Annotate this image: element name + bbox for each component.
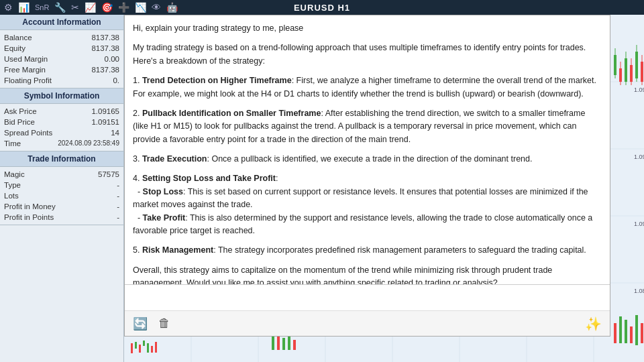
type-label: Type (4, 181, 21, 189)
lots-row: Lots - (4, 190, 119, 201)
chat-input-area: 🔄 🗑 ✨ (125, 284, 610, 336)
svg-rect-31 (619, 316, 622, 343)
chat-message-6: 5. Risk Management: The strategy incorpo… (133, 244, 602, 257)
target-icon[interactable]: 🎯 (101, 2, 113, 13)
ai-send-icon[interactable]: ✨ (585, 316, 602, 332)
svg-text:1.0880: 1.0880 (634, 288, 644, 294)
svg-rect-38 (282, 338, 285, 350)
spread-points-row: Spread Points 14 (4, 127, 119, 138)
trend-icon[interactable]: 📈 (85, 2, 96, 13)
bid-price-row: Bid Price 1.09151 (4, 117, 119, 127)
free-margin-value: 8137.38 (91, 66, 119, 74)
settings-icon[interactable]: ⚙ (4, 2, 13, 13)
bid-price-label: Bid Price (4, 118, 35, 126)
lots-label: Lots (4, 192, 19, 200)
profit-points-label: Profit in Points (4, 213, 54, 221)
chat-message-2: 1. Trend Detection on Higher Timeframe: … (133, 74, 602, 101)
chat-messages[interactable]: Hi, explain your trading strategy to me,… (125, 15, 610, 284)
balance-label: Balance (4, 34, 32, 42)
floating-profit-row: Floating Profit 0. (4, 75, 119, 86)
equity-row: Equity 8137.38 (4, 43, 119, 54)
trade-section: Trade Information Magic 57575 Type - Lot… (0, 152, 123, 225)
ask-price-label: Ask Price (4, 107, 37, 115)
svg-rect-16 (151, 346, 153, 353)
svg-rect-15 (147, 343, 149, 353)
chat-message-1: My trading strategy is based on a trend-… (133, 42, 602, 68)
snr-label[interactable]: SnR (35, 3, 49, 11)
profit-money-label: Profit in Money (4, 202, 56, 210)
bid-price-value: 1.09151 (91, 118, 119, 126)
symbol-rows: Ask Price 1.09165 Bid Price 1.09151 Spre… (0, 104, 123, 151)
svg-rect-32 (625, 320, 627, 343)
chat-message-4: 3. Trade Execution: Once a pullback is i… (133, 153, 602, 166)
scissors-icon[interactable]: ✂ (71, 2, 79, 13)
spread-points-value: 14 (111, 129, 119, 137)
eye-icon[interactable]: 👁 (152, 2, 161, 13)
time-label: Time (4, 139, 21, 147)
svg-rect-33 (630, 326, 633, 343)
profit-points-value: - (117, 213, 119, 221)
svg-rect-30 (614, 323, 616, 343)
main-layout: Account Information Balance 8137.38 Equi… (0, 15, 644, 362)
svg-rect-36 (272, 337, 274, 350)
balance-value: 8137.38 (91, 34, 119, 42)
trade-section-title: Trade Information (0, 152, 123, 167)
type-value: - (117, 181, 119, 189)
balance-row: Balance 8137.38 (4, 32, 119, 43)
time-row: Time 2024.08.09 23:58:49 (4, 138, 119, 149)
profit-money-row: Profit in Money - (4, 201, 119, 212)
down-icon[interactable]: 📉 (135, 2, 146, 13)
chat-panel: Hi, explain your trading strategy to me,… (124, 15, 610, 337)
svg-rect-35 (641, 323, 643, 343)
chat-message-7: Overall, this strategy aims to capitaliz… (133, 264, 602, 284)
main-toolbar: ⚙ 📊 SnR 🔧 ✂ 📈 🎯 ➕ 📉 👁 🤖 EURUSD H1 (0, 0, 644, 15)
time-value: 2024.08.09 23:58:49 (58, 139, 119, 147)
svg-text:1.0920: 1.0920 (634, 154, 644, 160)
ask-price-value: 1.09165 (91, 107, 119, 115)
chart-title: EURUSD H1 (294, 3, 350, 13)
svg-rect-12 (135, 342, 137, 349)
left-panel: Account Information Balance 8137.38 Equi… (0, 15, 124, 362)
svg-rect-13 (139, 345, 141, 353)
svg-rect-40 (293, 340, 296, 350)
used-margin-row: Used Margin 0.00 (4, 54, 119, 64)
account-section-title: Account Information (0, 15, 123, 30)
free-margin-row: Free Margin 8137.38 (4, 64, 119, 75)
refresh-icon[interactable]: 🔄 (133, 316, 148, 331)
lots-value: - (117, 192, 119, 200)
svg-rect-34 (635, 315, 638, 345)
chat-message-3: 2. Pullback Identification on Smaller Ti… (133, 107, 602, 146)
svg-text:1.0940: 1.0940 (634, 86, 644, 93)
free-margin-label: Free Margin (4, 66, 46, 74)
magic-row: Magic 57575 (4, 169, 119, 180)
floating-profit-value: 0. (113, 76, 119, 84)
svg-rect-11 (131, 343, 133, 353)
chat-message-5: 4. Setting Stop Loss and Take Profit: - … (133, 172, 602, 237)
spread-points-label: Spread Points (4, 129, 52, 137)
magic-label: Magic (4, 170, 25, 178)
floating-profit-label: Floating Profit (4, 76, 52, 84)
account-section: Account Information Balance 8137.38 Equi… (0, 15, 123, 88)
chat-message-0: Hi, explain your trading strategy to me,… (133, 22, 602, 35)
used-margin-value: 0.00 (105, 55, 119, 63)
chat-input[interactable] (125, 285, 610, 310)
profit-points-row: Profit in Points - (4, 212, 119, 223)
equity-value: 8137.38 (91, 44, 119, 52)
right-area: 1.0940 1.0920 1.0900 1.0880 Hi, explain … (124, 15, 644, 362)
chart-icon[interactable]: 📊 (18, 2, 30, 13)
ask-price-row: Ask Price 1.09165 (4, 106, 119, 117)
tools-icon[interactable]: 🔧 (54, 2, 66, 13)
robot-icon[interactable]: 🤖 (166, 2, 178, 13)
delete-icon[interactable]: 🗑 (158, 316, 170, 330)
symbol-section-title: Symbol Information (0, 88, 123, 104)
account-rows: Balance 8137.38 Equity 8137.38 Used Marg… (0, 30, 123, 88)
profit-money-value: - (117, 202, 119, 210)
svg-text:1.0900: 1.0900 (634, 221, 644, 227)
chat-toolbar: 🔄 🗑 ✨ (125, 310, 610, 336)
svg-rect-39 (288, 335, 290, 350)
svg-rect-17 (155, 342, 157, 353)
magic-value: 57575 (98, 170, 119, 178)
type-row: Type - (4, 180, 119, 190)
trade-rows: Magic 57575 Type - Lots - Profit in Mone… (0, 167, 123, 225)
add-icon[interactable]: ➕ (118, 2, 129, 13)
